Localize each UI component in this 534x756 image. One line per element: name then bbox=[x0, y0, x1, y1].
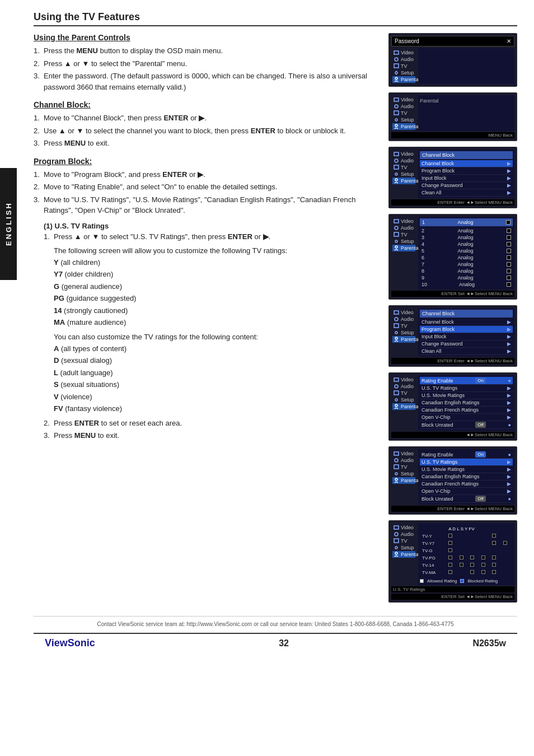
svg-point-41 bbox=[395, 552, 397, 554]
tv-menu-6: Video Audio TV Setup bbox=[391, 375, 416, 431]
tv-menu-2: Video Audio TV Setup bbox=[391, 95, 416, 131]
us-tv-footer-label: U.S. TV Ratings bbox=[391, 586, 514, 592]
menu-audio-5: Audio bbox=[392, 316, 415, 323]
ratings-legend: Allowed Rating Blocked Rating bbox=[420, 578, 513, 584]
ch-6: 6Analog bbox=[420, 254, 513, 261]
password-label: Password bbox=[395, 38, 419, 44]
ratings-description: The following screen will allow you to c… bbox=[54, 246, 377, 414]
menu-setup-6: Setup bbox=[392, 396, 415, 403]
row-cdn-fr: Canadian French Ratings▶ bbox=[420, 407, 513, 414]
tv-panel-channels: Video Audio TV Setup bbox=[388, 214, 517, 300]
checkbox-2 bbox=[507, 228, 511, 233]
box-tvpg-1 bbox=[448, 556, 452, 559]
tv-footer-6: ◄►Select MENU Back bbox=[391, 432, 514, 438]
tv-content-5: Channel Block Channel Block▶ Program Blo… bbox=[418, 308, 514, 357]
tv-footer-7: ENTER Enter ◄►Select MENU Back bbox=[391, 506, 514, 512]
tv-sidebar-5: Video Audio TV Setup bbox=[391, 308, 514, 357]
row-clean-all-2: Clean All▶ bbox=[420, 348, 513, 355]
checkbox-3 bbox=[507, 235, 511, 240]
box-tvy-1 bbox=[448, 534, 452, 538]
page-number: 32 bbox=[279, 638, 289, 648]
row-rating-enable: Rating EnableOn● bbox=[420, 377, 513, 385]
svg-rect-9 bbox=[394, 111, 399, 115]
channel-block-header-2: Channel Block bbox=[420, 310, 513, 318]
box-tvy7-5 bbox=[492, 541, 496, 545]
box-tv14-3 bbox=[470, 563, 474, 567]
list-item: 1. Press ▲ or ▼ to select "U.S. TV Ratin… bbox=[44, 232, 377, 241]
blocked-box bbox=[460, 579, 464, 583]
menu-parental-3: Parental bbox=[392, 178, 415, 184]
tv-footer-8: ENTER Set ◄►Select MENU Back bbox=[391, 594, 514, 600]
svg-rect-27 bbox=[394, 378, 399, 381]
svg-point-36 bbox=[395, 478, 397, 480]
menu-parental: Parental bbox=[392, 76, 415, 83]
also-text: You can also customize the TV ratings fo… bbox=[54, 333, 377, 341]
box-tv14-1 bbox=[448, 563, 452, 567]
svg-point-15 bbox=[395, 173, 397, 175]
menu-setup: Setup bbox=[392, 69, 415, 76]
svg-point-25 bbox=[395, 332, 397, 334]
svg-point-8 bbox=[395, 105, 398, 108]
box-tvg-1 bbox=[448, 548, 452, 552]
svg-point-10 bbox=[395, 119, 397, 121]
password-bar: Password ✕ bbox=[391, 36, 514, 46]
box-tvma-3 bbox=[470, 570, 474, 574]
list-item: 2.Press ENTER to set or reset each area. bbox=[44, 418, 377, 429]
box-tvma-1 bbox=[448, 570, 452, 574]
menu-tv-6: TV bbox=[392, 390, 415, 396]
tv-content-3: Channel Block Channel Block▶ Program Blo… bbox=[418, 150, 514, 198]
row-open-vchip: Open V-Chip▶ bbox=[420, 414, 513, 421]
menu-audio: Audio bbox=[392, 56, 415, 63]
menu-tv-7: TV bbox=[392, 464, 415, 470]
menu-tv-4: TV bbox=[392, 231, 415, 238]
content-l: L (adult language) bbox=[54, 367, 377, 379]
ch-10: 10Analog bbox=[420, 281, 513, 288]
svg-rect-2 bbox=[394, 64, 399, 68]
list-item: 3.Press MENU to exit. bbox=[34, 138, 377, 149]
svg-rect-34 bbox=[394, 465, 399, 469]
subsection1: (1) U.S. TV Ratings 1. Press ▲ or ▼ to s… bbox=[44, 222, 377, 441]
tv-panel-programblock: Video Audio TV Setup bbox=[388, 305, 517, 367]
svg-point-13 bbox=[395, 159, 398, 162]
checkbox-4 bbox=[507, 242, 511, 246]
list-item: 1.Move to "Channel Block", then press EN… bbox=[34, 113, 377, 124]
ratings-grid: A D L S Y FV TV-Y bbox=[420, 525, 513, 577]
tv-sidebar-8: Video Audio TV Setup bbox=[391, 523, 514, 585]
ratings-header-row: A D L S Y FV bbox=[421, 526, 512, 532]
menu-video-3: Video bbox=[392, 151, 415, 157]
tv-panel-us-tv-ratings: Video Audio TV Setup bbox=[388, 520, 517, 603]
rating-ma: MA (mature audience) bbox=[54, 317, 377, 328]
list-item: 2.Press ▲ or ▼ to select the "Parental" … bbox=[34, 58, 377, 69]
menu-parental-4: Parental bbox=[392, 245, 415, 251]
menu-video-5: Video bbox=[392, 309, 415, 316]
menu-video-2: Video bbox=[392, 96, 415, 103]
menu-setup-2: Setup bbox=[392, 116, 415, 123]
checkbox-7 bbox=[507, 262, 511, 267]
tv-footer-2: MENU Back bbox=[391, 132, 514, 138]
list-item: 2.Move to "Rating Enable", and select "O… bbox=[34, 181, 377, 193]
tv-menu-5: Video Audio TV Setup bbox=[391, 308, 416, 357]
menu-setup-8: Setup bbox=[392, 544, 415, 551]
ch-3: 3Analog bbox=[420, 234, 513, 241]
menu-tv-3: TV bbox=[392, 164, 415, 171]
svg-rect-19 bbox=[394, 232, 399, 236]
blocked-label: Blocked Rating bbox=[467, 578, 498, 584]
menu-audio-8: Audio bbox=[392, 531, 415, 538]
row-clean-all: Clean All▶ bbox=[420, 189, 513, 197]
menu-tv-5: TV bbox=[392, 323, 415, 329]
menu-video-7: Video bbox=[392, 450, 415, 457]
tv-menu-3: Video Audio TV Setup bbox=[391, 150, 416, 198]
svg-point-23 bbox=[395, 318, 398, 321]
tv-content-2: Parental bbox=[418, 95, 514, 131]
box-tvy7-1 bbox=[448, 541, 452, 545]
allowed-label: Allowed Rating bbox=[427, 578, 457, 584]
menu-setup-3: Setup bbox=[392, 171, 415, 178]
svg-point-16 bbox=[395, 179, 397, 181]
row-input-block-2: Input Block▶ bbox=[420, 333, 513, 340]
menu-audio-6: Audio bbox=[392, 383, 415, 390]
tv-panel-channelblock: Video Audio TV Setup bbox=[388, 147, 517, 208]
content-v: V (violence) bbox=[54, 391, 377, 403]
tv-footer-3: ENTER Enter ◄►Select MENU Back bbox=[391, 199, 514, 206]
row-open-vchip-2: Open V-Chip▶ bbox=[420, 488, 513, 495]
row-block-unrated-2: Block UnratedOff● bbox=[420, 495, 513, 503]
